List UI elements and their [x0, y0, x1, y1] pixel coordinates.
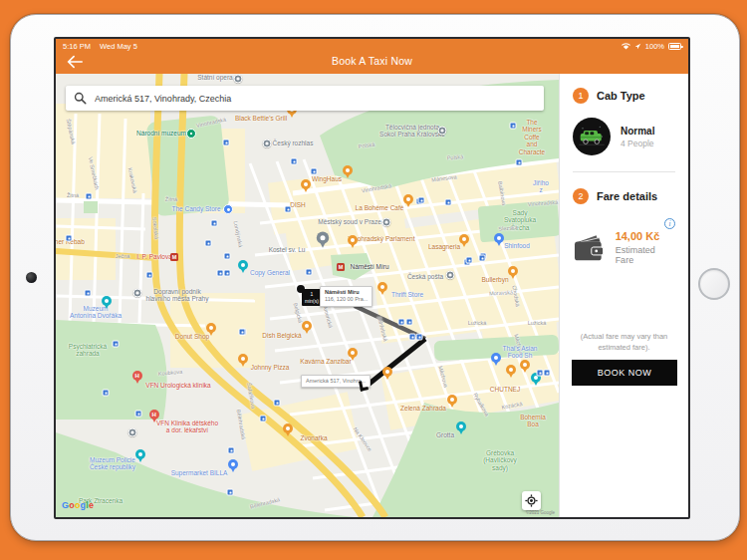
search-input[interactable]	[95, 94, 536, 104]
wallet-icon	[573, 233, 607, 263]
location-icon	[634, 43, 641, 50]
map-marker-transit	[445, 199, 452, 206]
map-marker-transit	[516, 159, 523, 166]
map-marker-circle	[382, 218, 391, 227]
green-van-icon	[577, 122, 607, 151]
eta-unit: min(s)	[305, 298, 319, 305]
map-marker-teal	[102, 296, 112, 309]
fare-disclaimer: (Actual fare may vary than estimated far…	[570, 331, 678, 354]
step-cab-type: 1 Cab Type	[573, 88, 675, 104]
map-marker-transit	[228, 447, 235, 454]
map-marker-transit	[146, 272, 153, 279]
map-marker-food	[348, 348, 358, 361]
map-marker-food	[506, 365, 516, 378]
map-marker-transit	[537, 370, 544, 377]
map-marker-transit	[113, 341, 120, 348]
map-marker-transit	[239, 329, 246, 336]
map-marker-transit	[466, 257, 473, 264]
map-marker-transit	[135, 411, 142, 418]
status-date: Wed May 5	[100, 42, 137, 51]
map-marker-metro: M	[337, 263, 345, 271]
cab-icon	[573, 118, 611, 155]
info-icon[interactable]: i	[664, 218, 675, 229]
booking-sidebar: 1 Cab Type	[559, 74, 688, 517]
map-marker-transit	[544, 370, 551, 377]
map-marker-food	[447, 395, 457, 408]
ipad-frame: 5:16 PM Wed May 5 100%	[10, 14, 740, 541]
map-marker-food	[283, 423, 293, 436]
step-fare-details: 2 Fare details	[573, 188, 675, 204]
cab-capacity: 4 People	[621, 139, 654, 148]
map-marker-red: H	[132, 371, 142, 384]
map-marker-food	[382, 367, 392, 380]
map-marker-circle	[133, 289, 142, 298]
search-bar	[66, 86, 544, 111]
map-marker-transit	[510, 123, 517, 130]
map-attribution: ©2021 Google	[526, 510, 555, 515]
map-marker-transit	[211, 220, 218, 227]
status-bar: 5:16 PM Wed May 5 100%	[56, 39, 688, 52]
sidebar-divider	[573, 171, 675, 172]
map-marker-circle	[234, 75, 243, 84]
map-marker-transit	[406, 319, 413, 326]
map-marker-shop	[491, 353, 501, 366]
fare-label: Estimated Fare	[616, 245, 675, 265]
map-marker-transit	[274, 400, 281, 407]
map-marker-transit	[418, 197, 425, 204]
map-marker-food	[302, 321, 312, 334]
map-marker-transit	[416, 334, 423, 341]
map-marker-circle	[438, 127, 447, 136]
map-marker-food	[508, 266, 518, 279]
step-1-badge: 1	[573, 88, 589, 104]
map-marker-shop	[494, 233, 504, 246]
page-title: Book A Taxi Now	[56, 55, 688, 67]
cab-name: Normal	[621, 126, 654, 137]
map-marker-transit	[217, 270, 224, 277]
map-marker-transit	[227, 489, 234, 496]
to-address: Americká 517, Vinohra...	[306, 378, 366, 384]
map-marker-teal	[135, 449, 145, 462]
home-button[interactable]	[698, 268, 730, 300]
map-marker-food	[459, 234, 469, 247]
wifi-icon	[622, 43, 630, 50]
cab-type-heading: Cab Type	[597, 90, 645, 102]
nav-bar: Book A Taxi Now	[56, 52, 688, 74]
map-marker-teal	[238, 260, 248, 273]
map-marker-transit	[205, 240, 212, 247]
route-eta-tooltip: 1 min(s)	[302, 289, 322, 306]
map-marker-red: H	[149, 410, 159, 422]
fare-amount: 14,00 Kč	[616, 230, 675, 242]
map-marker-transit	[103, 390, 110, 397]
map-marker-transit	[223, 140, 230, 146]
map-marker-transit	[479, 255, 486, 262]
map-marker-museum	[186, 129, 196, 139]
map-marker-transit	[409, 334, 416, 341]
step-2-badge: 2	[573, 188, 589, 204]
map-marker-transit	[86, 193, 93, 200]
map-marker-circle	[263, 140, 272, 148]
route-from-tooltip: Náměstí Míru 116, 120 00 Pra...	[320, 286, 373, 307]
cab-option-normal[interactable]: Normal 4 People	[573, 118, 675, 155]
map-marker-food	[403, 194, 413, 207]
front-camera	[26, 272, 37, 283]
map-marker-transit	[306, 269, 313, 276]
map-marker-metro: M	[170, 253, 178, 261]
book-now-button[interactable]: BOOK NOW	[572, 360, 677, 386]
fare-row: 14,00 Kč Estimated Fare	[573, 230, 675, 265]
map-marker-teal	[456, 421, 466, 434]
battery-percent: 100%	[645, 42, 664, 51]
google-logo: Google	[62, 500, 94, 510]
map-canvas[interactable]: Státní operaBlack Bettie's GrillNárodní …	[56, 74, 559, 517]
locate-icon	[525, 494, 538, 507]
map-marker-church	[317, 231, 330, 247]
map-marker-food	[377, 282, 387, 295]
map-marker-transit	[224, 270, 231, 277]
map-marker-food	[238, 354, 248, 367]
map-marker-circle	[128, 428, 137, 437]
map-marker-food	[206, 323, 216, 336]
locate-button[interactable]	[522, 491, 541, 510]
map-marker-transit	[224, 253, 231, 260]
map-marker-transit	[85, 290, 92, 297]
battery-icon	[668, 43, 681, 50]
search-icon	[74, 92, 87, 105]
